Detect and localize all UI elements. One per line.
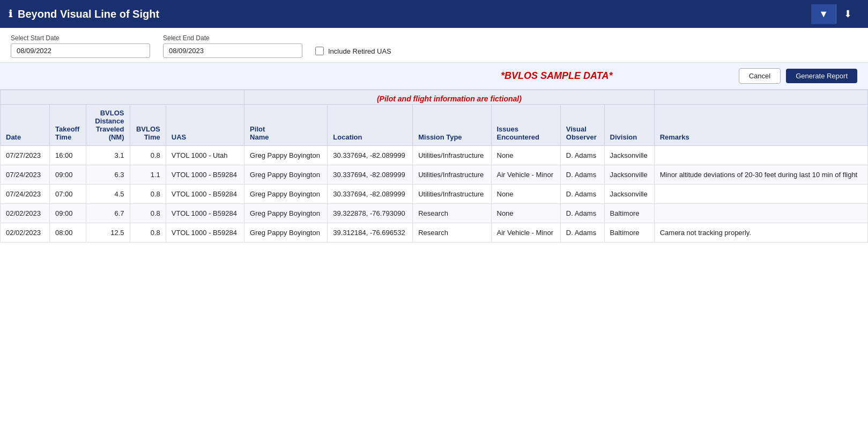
cell-observer: D. Adams <box>560 185 604 204</box>
cell-observer: D. Adams <box>560 223 604 243</box>
filters-bar: Select Start Date Select End Date Includ… <box>0 28 868 63</box>
col-header-uas: UAS <box>166 105 244 146</box>
generate-report-button[interactable]: Generate Report <box>786 69 857 83</box>
cell-uas: VTOL 1000 - B59284 <box>166 185 244 204</box>
sample-banner-text: *BVLOS SAMPLE DATA* <box>375 70 739 82</box>
table-row: 02/02/2023 08:00 12.5 0.8 VTOL 1000 - B5… <box>1 223 868 243</box>
fictional-notice: (Pilot and flight information are fictio… <box>377 94 522 103</box>
cell-issues: Air Vehicle - Minor <box>491 223 560 243</box>
col-header-remarks: Remarks <box>654 105 867 146</box>
cell-mission: Utilities/Infrastructure <box>413 165 491 185</box>
cell-uas: VTOL 1000 - B59284 <box>166 165 244 185</box>
sample-banner: *BVLOS SAMPLE DATA* Cancel Generate Repo… <box>0 63 868 90</box>
table-row: 07/27/2023 16:00 3.1 0.8 VTOL 1000 - Uta… <box>1 146 868 165</box>
cell-bvlos-dist: 6.3 <box>86 165 130 185</box>
include-retired-checkbox[interactable] <box>315 47 324 55</box>
col-header-observer: VisualObserver <box>560 105 604 146</box>
cell-pilot: Greg Pappy Boyington <box>244 165 328 185</box>
cell-remarks: Minor altitude deviations of 20-30 feet … <box>654 165 867 185</box>
cell-observer: D. Adams <box>560 204 604 223</box>
cell-issues: None <box>491 185 560 204</box>
cell-mission: Research <box>413 223 491 243</box>
table-row: 02/02/2023 09:00 6.7 0.8 VTOL 1000 - B59… <box>1 204 868 223</box>
cell-issues: None <box>491 204 560 223</box>
download-button[interactable]: ⬇ <box>836 4 859 24</box>
cell-takeoff: 08:00 <box>50 223 86 243</box>
col-header-bvlos-dist: BVLOSDistanceTraveled(NM) <box>86 105 130 146</box>
cell-takeoff: 16:00 <box>50 146 86 165</box>
end-date-group: Select End Date <box>163 34 302 58</box>
cell-bvlos-dist: 4.5 <box>86 185 130 204</box>
app-title: Beyond Visual Line of Sight <box>18 8 159 20</box>
cell-date: 02/02/2023 <box>1 223 50 243</box>
cell-mission: Utilities/Infrastructure <box>413 146 491 165</box>
cell-bvlos-time: 0.8 <box>130 204 166 223</box>
app-header: ℹ Beyond Visual Line of Sight ▼ ⬇ <box>0 0 868 28</box>
cell-mission: Research <box>413 204 491 223</box>
header-title-group: ℹ Beyond Visual Line of Sight <box>9 8 159 20</box>
data-table-wrapper: (Pilot and flight information are fictio… <box>0 90 868 243</box>
cell-observer: D. Adams <box>560 146 604 165</box>
cell-uas: VTOL 1000 - B59284 <box>166 223 244 243</box>
filter-icon: ▼ <box>819 9 828 20</box>
cell-uas: VTOL 1000 - B59284 <box>166 204 244 223</box>
banner-actions: Cancel Generate Report <box>739 68 857 84</box>
cell-location: 30.337694, -82.089999 <box>328 185 413 204</box>
col-header-bvlos-time: BVLOSTime <box>130 105 166 146</box>
cell-division: Baltimore <box>604 204 654 223</box>
cell-bvlos-time: 0.8 <box>130 223 166 243</box>
cell-takeoff: 09:00 <box>50 165 86 185</box>
table-row: 07/24/2023 09:00 6.3 1.1 VTOL 1000 - B59… <box>1 165 868 185</box>
cell-date: 02/02/2023 <box>1 204 50 223</box>
cell-location: 30.337694, -82.089999 <box>328 146 413 165</box>
end-date-input[interactable] <box>163 43 302 58</box>
cell-date: 07/27/2023 <box>1 146 50 165</box>
include-retired-label: Include Retired UAS <box>328 47 391 55</box>
header-actions: ▼ ⬇ <box>811 4 859 24</box>
cell-location: 30.337694, -82.089999 <box>328 165 413 185</box>
table-fictional-notice-row: (Pilot and flight information are fictio… <box>1 90 868 105</box>
cell-location: 39.312184, -76.696532 <box>328 223 413 243</box>
download-icon: ⬇ <box>844 8 852 20</box>
cell-division: Jacksonville <box>604 146 654 165</box>
col-header-pilot: PilotName <box>244 105 328 146</box>
cell-remarks <box>654 185 867 204</box>
start-date-input[interactable] <box>11 43 150 58</box>
filter-button[interactable]: ▼ <box>811 4 836 24</box>
cell-division: Baltimore <box>604 223 654 243</box>
cell-takeoff: 09:00 <box>50 204 86 223</box>
cell-observer: D. Adams <box>560 165 604 185</box>
info-icon: ℹ <box>9 8 12 20</box>
cell-remarks: Camera not tracking properly. <box>654 223 867 243</box>
col-header-issues: IssuesEncountered <box>491 105 560 146</box>
bvlos-table: (Pilot and flight information are fictio… <box>0 90 868 243</box>
col-header-takeoff: TakeoffTime <box>50 105 86 146</box>
cell-division: Jacksonville <box>604 185 654 204</box>
cell-pilot: Greg Pappy Boyington <box>244 185 328 204</box>
cell-bvlos-dist: 6.7 <box>86 204 130 223</box>
cell-bvlos-time: 0.8 <box>130 146 166 165</box>
cell-bvlos-dist: 3.1 <box>86 146 130 165</box>
cell-issues: None <box>491 146 560 165</box>
table-body: 07/27/2023 16:00 3.1 0.8 VTOL 1000 - Uta… <box>1 146 868 243</box>
col-header-mission: Mission Type <box>413 105 491 146</box>
cancel-button[interactable]: Cancel <box>739 68 781 84</box>
start-date-group: Select Start Date <box>11 34 150 58</box>
cell-location: 39.322878, -76.793090 <box>328 204 413 223</box>
cell-bvlos-time: 0.8 <box>130 185 166 204</box>
cell-takeoff: 07:00 <box>50 185 86 204</box>
cell-uas: VTOL 1000 - Utah <box>166 146 244 165</box>
cell-pilot: Greg Pappy Boyington <box>244 146 328 165</box>
cell-division: Jacksonville <box>604 165 654 185</box>
cell-bvlos-dist: 12.5 <box>86 223 130 243</box>
table-header-row: Date TakeoffTime BVLOSDistanceTraveled(N… <box>1 105 868 146</box>
cell-issues: Air Vehicle - Minor <box>491 165 560 185</box>
start-date-label: Select Start Date <box>11 34 150 42</box>
end-date-label: Select End Date <box>163 34 302 42</box>
cell-pilot: Greg Pappy Boyington <box>244 204 328 223</box>
col-header-date: Date <box>1 105 50 146</box>
include-retired-group: Include Retired UAS <box>315 47 391 58</box>
cell-date: 07/24/2023 <box>1 185 50 204</box>
cell-date: 07/24/2023 <box>1 165 50 185</box>
col-header-division: Division <box>604 105 654 146</box>
